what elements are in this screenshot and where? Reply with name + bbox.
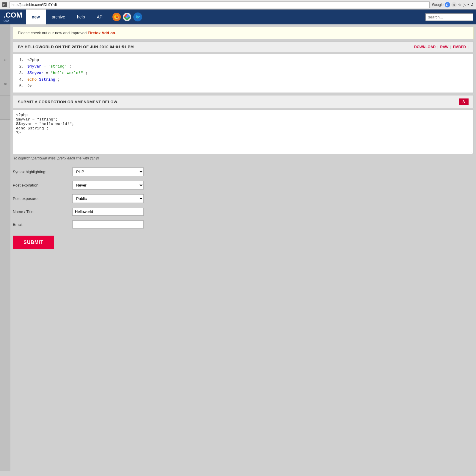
expiration-label: Post expiration: bbox=[13, 183, 72, 187]
code-display: 1. <?php 2. $myvar = "string" ; 3. $$myv… bbox=[13, 54, 474, 93]
svg-text:P: P bbox=[3, 4, 5, 7]
email-row: Email: bbox=[13, 220, 474, 228]
notice-text-after: . bbox=[115, 31, 116, 35]
page-layout: at de Please check out our new and impro… bbox=[0, 24, 476, 471]
nav-search[interactable] bbox=[422, 10, 476, 24]
exposure-label: Post exposure: bbox=[13, 196, 72, 201]
nav-items: new archive help API bbox=[26, 10, 109, 24]
nav-item-api[interactable]: API bbox=[91, 10, 110, 24]
name-row: Name / Title: bbox=[13, 208, 474, 216]
name-input[interactable] bbox=[72, 208, 144, 216]
form-section: Syntax highlighting: PHP Plain Text Java… bbox=[13, 165, 474, 252]
email-label: Email: bbox=[13, 222, 72, 227]
code-content-1: <?php bbox=[27, 57, 39, 63]
google-label: Google bbox=[432, 3, 444, 7]
sidebar-item-3: de bbox=[0, 72, 10, 96]
svg-text:⊕: ⊕ bbox=[452, 3, 455, 7]
site-logo: .COM 002 bbox=[0, 10, 26, 24]
code-line-1: 1. <?php bbox=[18, 57, 469, 63]
correction-header: SUBMIT A CORRECTION OR AMENDMENT BELOW. … bbox=[13, 95, 474, 108]
sidebar-item-1 bbox=[0, 24, 10, 48]
correction-textarea[interactable]: <?php $myvar = "string"; $$myvar = "hell… bbox=[13, 109, 474, 154]
notice-bar: Please check out our new and improved Fi… bbox=[13, 27, 474, 39]
nav-item-new[interactable]: new bbox=[26, 10, 46, 24]
line-num-1: 1. bbox=[18, 57, 24, 63]
svg-text:G: G bbox=[446, 3, 449, 7]
firefox-addon-link[interactable]: Firefox Add-on bbox=[88, 31, 115, 35]
correction-title: SUBMIT A CORRECTION OR AMENDMENT BELOW. bbox=[18, 100, 118, 104]
exposure-select[interactable]: Public Unlisted Private bbox=[72, 194, 144, 203]
line-num-4: 4. bbox=[18, 76, 24, 83]
code-content-4: echo $string ; bbox=[27, 76, 60, 83]
firefox-icon[interactable]: 🦊 bbox=[112, 13, 121, 21]
line-num-2: 2. bbox=[18, 63, 24, 70]
nav-item-archive[interactable]: archive bbox=[46, 10, 71, 24]
svg-point-11 bbox=[126, 16, 128, 18]
navigation-bar: .COM 002 new archive help API 🦊 bbox=[0, 10, 476, 24]
highlight-hint: To highlight particular lines, prefix ea… bbox=[13, 156, 474, 160]
name-label: Name / Title: bbox=[13, 209, 72, 214]
code-line-2: 2. $myvar = "string" ; bbox=[18, 63, 469, 70]
sidebar-item-2: at bbox=[0, 48, 10, 72]
embed-link[interactable]: EMBED bbox=[453, 45, 466, 49]
chrome-icon[interactable]: ⊕ bbox=[451, 2, 457, 7]
refresh-icon[interactable]: ↺ bbox=[470, 2, 474, 7]
chrome-nav-icon[interactable] bbox=[123, 12, 131, 21]
syntax-row: Syntax highlighting: PHP Plain Text Java… bbox=[13, 167, 474, 176]
logo-subtext: 002 bbox=[4, 19, 22, 23]
nav-forward-icon[interactable]: ▷ bbox=[463, 2, 466, 7]
submit-button[interactable]: SUBMIT bbox=[13, 236, 54, 249]
svg-text:🐦: 🐦 bbox=[135, 15, 141, 20]
expiration-row: Post expiration: Never 10 Minutes 1 Hour… bbox=[13, 181, 474, 190]
code-content-3: $$myvar = "hello world!" ; bbox=[27, 70, 88, 76]
line-num-5: 5. bbox=[18, 83, 24, 90]
sidebar-item-4 bbox=[0, 96, 10, 120]
code-line-5: 5. ?> bbox=[18, 83, 469, 90]
browser-toolbar: P Google G ⊕ ☆ ▷ ▾ ↺ bbox=[0, 0, 476, 10]
url-bar[interactable] bbox=[10, 1, 430, 8]
email-input[interactable] bbox=[72, 220, 144, 228]
correction-toggle-button[interactable]: A bbox=[459, 98, 469, 105]
notice-text-before: Please check out our new and improved bbox=[18, 31, 88, 35]
syntax-select[interactable]: PHP Plain Text JavaScript Python Ruby bbox=[72, 167, 144, 176]
nav-browser-icons: 🦊 🐦 bbox=[109, 10, 145, 24]
google-icon[interactable]: G bbox=[445, 2, 450, 7]
main-content: Please check out our new and improved Fi… bbox=[10, 24, 476, 471]
expiration-select[interactable]: Never 10 Minutes 1 Hour 1 Day 1 Month bbox=[72, 181, 144, 190]
paste-actions: DOWNLOAD | RAW | EMBED | bbox=[414, 45, 469, 49]
nav-item-help[interactable]: help bbox=[71, 10, 91, 24]
sidebar: at de bbox=[0, 24, 10, 471]
download-link[interactable]: DOWNLOAD bbox=[414, 45, 436, 49]
bookmark-icon[interactable]: ☆ bbox=[458, 2, 462, 7]
raw-link[interactable]: RAW bbox=[440, 45, 448, 49]
exposure-row: Post exposure: Public Unlisted Private bbox=[13, 194, 474, 203]
paste-header: BY HELLOWORLD ON THE 28TH OF JUN 2010 04… bbox=[13, 41, 474, 52]
code-content-5: ?> bbox=[27, 83, 32, 90]
paste-meta: BY HELLOWORLD ON THE 28TH OF JUN 2010 04… bbox=[18, 45, 134, 49]
browser-right-controls: Google G ⊕ ☆ ▷ ▾ ↺ bbox=[432, 2, 474, 7]
syntax-label: Syntax highlighting: bbox=[13, 170, 72, 174]
code-content-2: $myvar = "string" ; bbox=[27, 63, 71, 70]
logo-text: .COM bbox=[4, 11, 22, 19]
code-line-3: 3. $$myvar = "hello world!" ; bbox=[18, 70, 469, 76]
line-num-3: 3. bbox=[18, 70, 24, 76]
menu-dropdown-icon[interactable]: ▾ bbox=[467, 3, 469, 7]
code-line-4: 4. echo $string ; bbox=[18, 76, 469, 83]
twitter-icon[interactable]: 🐦 bbox=[133, 12, 142, 21]
search-input[interactable] bbox=[425, 13, 473, 21]
svg-text:🦊: 🦊 bbox=[115, 15, 119, 19]
browser-favicon: P bbox=[2, 2, 7, 7]
